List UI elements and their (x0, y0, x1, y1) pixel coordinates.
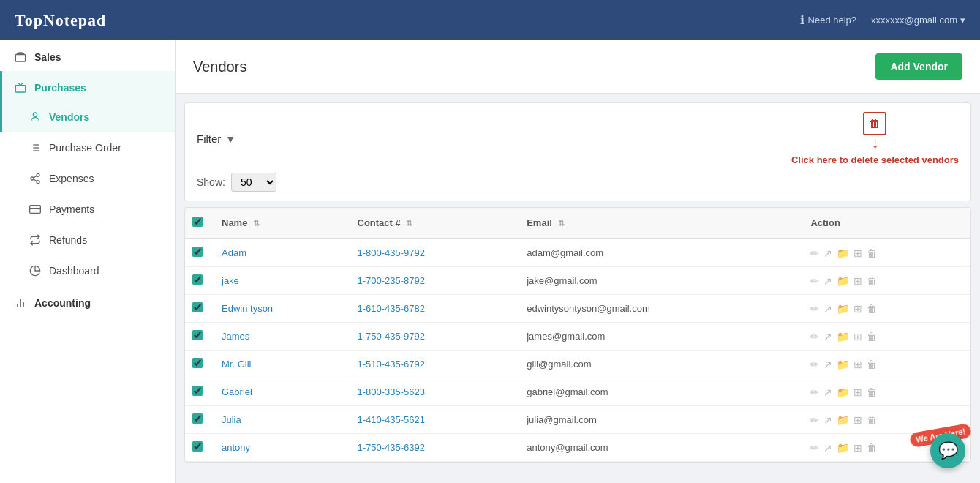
show-select[interactable]: 50 10 25 100 (231, 173, 276, 192)
add-vendor-button[interactable]: Add Vendor (875, 53, 962, 80)
row-name[interactable]: James (214, 323, 350, 351)
sidebar-section-purchases-label: Purchases (34, 82, 86, 94)
sidebar-item-expenses-label: Expenses (49, 173, 94, 184)
edit-icon[interactable]: ✏ (810, 247, 819, 259)
row-name[interactable]: Mr. Gill (214, 351, 350, 378)
credit-card-icon (29, 203, 42, 216)
chat-icon: 💬 (938, 441, 958, 460)
delete-icon[interactable]: 🗑 (867, 442, 877, 454)
edit-icon[interactable]: ✏ (810, 303, 819, 315)
filter-area: Filter ▼ 🗑 ↓ Click here to delete select… (184, 102, 971, 201)
delete-icon[interactable]: 🗑 (867, 303, 877, 315)
row-email: adam@gmail.com (519, 239, 803, 267)
help-link[interactable]: ℹ Need help? (800, 13, 857, 27)
row-name[interactable]: Julia (214, 406, 350, 434)
sort-name-icon[interactable]: ⇅ (253, 219, 260, 228)
svg-point-11 (37, 181, 39, 184)
sidebar-item-payments[interactable]: Payments (0, 194, 175, 225)
edit-icon[interactable]: ✏ (810, 359, 819, 370)
row-name[interactable]: Gabriel (214, 378, 350, 406)
row-checkbox[interactable] (192, 330, 203, 340)
edit-icon[interactable]: ✏ (810, 442, 819, 454)
row-contact: 1-750-435-6392 (350, 434, 520, 462)
delete-icon[interactable]: 🗑 (867, 359, 877, 370)
delete-icon[interactable]: 🗑 (867, 386, 877, 398)
sidebar-section-sales[interactable]: Sales (0, 40, 175, 71)
table-icon[interactable]: ⊞ (853, 303, 862, 315)
edit-icon[interactable]: ✏ (810, 331, 819, 342)
sort-email-icon[interactable]: ⇅ (558, 219, 565, 228)
row-checkbox[interactable] (192, 302, 203, 312)
row-checkbox[interactable] (192, 386, 203, 396)
table-icon[interactable]: ⊞ (853, 414, 862, 426)
svg-rect-0 (15, 55, 25, 61)
folder-icon[interactable]: 📁 (837, 359, 849, 370)
sidebar-item-dashboard[interactable]: Dashboard (0, 255, 175, 286)
arrows-icon (29, 233, 42, 247)
show-row: Show: 50 10 25 100 (197, 173, 959, 192)
edit-icon[interactable]: ✏ (810, 275, 819, 287)
select-all-checkbox[interactable] (192, 217, 203, 227)
share-action-icon[interactable]: ↗ (823, 275, 832, 287)
folder-icon[interactable]: 📁 (837, 442, 849, 454)
sidebar-item-vendors[interactable]: Vendors (0, 102, 175, 132)
row-name[interactable]: jake (214, 267, 350, 295)
help-label: Need help? (808, 15, 857, 26)
folder-icon[interactable]: 📁 (837, 247, 849, 259)
table-icon[interactable]: ⊞ (853, 275, 862, 287)
table-row: Gabriel 1-800-335-5623 gabriel@gmail.com… (185, 378, 970, 406)
folder-icon[interactable]: 📁 (837, 331, 849, 342)
svg-point-2 (33, 113, 37, 116)
sidebar-section-accounting[interactable]: Accounting (0, 286, 175, 317)
share-action-icon[interactable]: ↗ (823, 359, 832, 370)
col-header-email: Email ⇅ (519, 208, 803, 239)
row-email: gabriel@gmail.com (519, 378, 803, 406)
table-icon[interactable]: ⊞ (853, 442, 862, 454)
chat-bubble-button[interactable]: 💬 (930, 433, 965, 468)
share-action-icon[interactable]: ↗ (823, 386, 832, 398)
row-checkbox[interactable] (192, 274, 203, 285)
row-checkbox[interactable] (192, 247, 203, 257)
table-icon[interactable]: ⊞ (853, 386, 862, 398)
row-checkbox[interactable] (192, 441, 203, 452)
row-checkbox[interactable] (192, 413, 203, 424)
share-action-icon[interactable]: ↗ (823, 331, 832, 342)
row-checkbox-cell (185, 239, 214, 267)
row-name[interactable]: Edwin tyson (214, 295, 350, 323)
sidebar-item-purchase-order[interactable]: Purchase Order (0, 132, 175, 163)
layers-icon (14, 50, 27, 64)
share-action-icon[interactable]: ↗ (823, 414, 832, 426)
row-checkbox[interactable] (192, 358, 203, 368)
sidebar-item-purchase-order-label: Purchase Order (49, 142, 121, 154)
sidebar-item-refunds[interactable]: Refunds (0, 225, 175, 255)
delete-icon[interactable]: 🗑 (867, 331, 877, 342)
folder-icon[interactable]: 📁 (837, 275, 849, 287)
sidebar-section-purchases[interactable]: Purchases (0, 71, 175, 102)
sidebar-item-refunds-label: Refunds (49, 234, 87, 246)
delete-icon[interactable]: 🗑 (867, 247, 877, 259)
filter-label: Filter ▼ (197, 132, 235, 145)
folder-icon[interactable]: 📁 (837, 303, 849, 315)
share-action-icon[interactable]: ↗ (823, 303, 832, 315)
table-icon[interactable]: ⊞ (853, 247, 862, 259)
row-name[interactable]: antony (214, 434, 350, 462)
edit-icon[interactable]: ✏ (810, 414, 819, 426)
delete-icon[interactable]: 🗑 (867, 275, 877, 287)
row-name[interactable]: Adam (214, 239, 350, 267)
row-contact: 1-510-435-6792 (350, 351, 520, 378)
filter-icon: ▼ (225, 133, 235, 145)
user-menu[interactable]: xxxxxxx@gmail.com ▾ (871, 15, 965, 26)
edit-icon[interactable]: ✏ (810, 386, 819, 398)
sidebar-item-expenses[interactable]: Expenses (0, 163, 175, 194)
share-action-icon[interactable]: ↗ (823, 247, 832, 259)
row-checkbox-cell (185, 323, 214, 351)
folder-icon[interactable]: 📁 (837, 414, 849, 426)
table-icon[interactable]: ⊞ (853, 331, 862, 342)
table-row: James 1-750-435-9792 james@gmail.com ✏ ↗… (185, 323, 970, 351)
table-icon[interactable]: ⊞ (853, 359, 862, 370)
folder-icon[interactable]: 📁 (837, 386, 849, 398)
delete-selected-button[interactable]: 🗑 (863, 112, 886, 135)
sort-contact-icon[interactable]: ⇅ (406, 219, 412, 228)
share-action-icon[interactable]: ↗ (823, 442, 832, 454)
delete-icon[interactable]: 🗑 (867, 414, 877, 426)
